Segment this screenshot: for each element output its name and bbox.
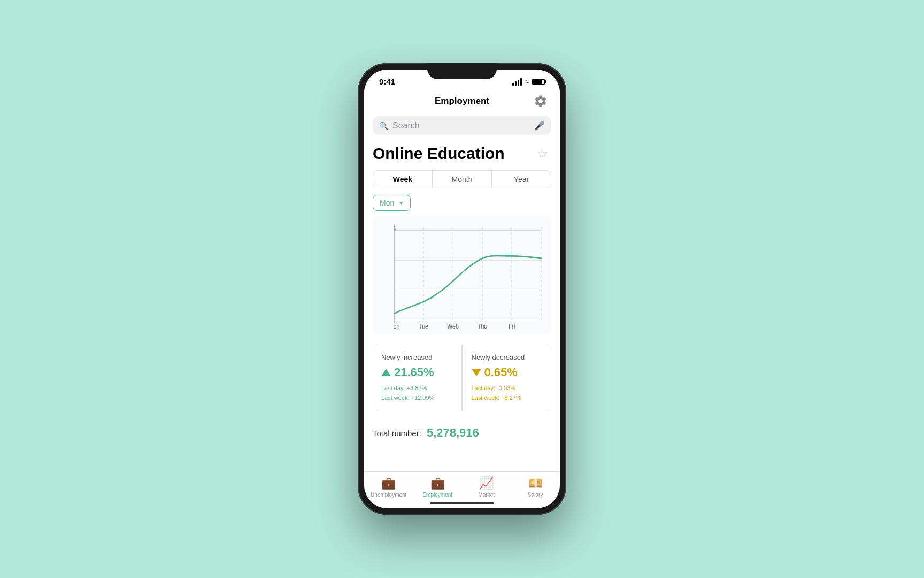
stat-increased-last-week: Last week: +12.09% <box>381 393 453 403</box>
battery-icon <box>532 79 545 85</box>
stat-decreased-last-day: Last day: -0.03% <box>472 384 543 393</box>
total-value: 5,278,916 <box>427 426 479 440</box>
unemployment-icon: 💼 <box>381 476 396 490</box>
svg-text:Web: Web <box>447 322 459 329</box>
tab-bar-salary[interactable]: 💴 Salary <box>511 476 560 498</box>
svg-text:Fri: Fri <box>509 322 515 329</box>
stat-increased-percent: 21.65% <box>394 366 434 379</box>
main-content: Employment 🔍 Search 🎤 Online Education ☆ <box>364 90 560 471</box>
stat-decreased-label: Newly decreased <box>472 353 543 361</box>
stat-increased-label: Newly increased <box>381 353 453 361</box>
stat-decreased: Newly decreased 0.65% Last day: -0.03% L… <box>463 345 552 411</box>
status-icons: ≈ <box>512 78 545 86</box>
stat-decreased-percent: 0.65% <box>484 366 518 379</box>
dropdown-value: Mon <box>380 199 394 207</box>
salary-icon: 💴 <box>528 476 543 490</box>
stat-decreased-value-row: 0.65% <box>472 366 543 379</box>
day-dropdown[interactable]: Mon ▼ <box>373 195 411 211</box>
tab-bar-unemployment[interactable]: 💼 Unemployment <box>364 476 413 498</box>
svg-marker-14 <box>394 225 396 230</box>
notch <box>427 63 497 79</box>
settings-button[interactable] <box>532 93 549 110</box>
tab-bar-employment[interactable]: 💼 Employment <box>413 476 463 498</box>
page-title-row: Online Education ☆ <box>364 142 560 170</box>
page-title: Online Education <box>373 144 529 163</box>
wifi-icon: ≈ <box>525 78 529 86</box>
header-title: Employment <box>435 96 489 107</box>
microphone-icon[interactable]: 🎤 <box>534 120 545 131</box>
total-row: Total number: 5,278,916 <box>364 420 560 451</box>
tab-bar-market[interactable]: 📈 Market <box>462 476 511 498</box>
chart-container: 0 20 40 60 <box>373 216 551 334</box>
arrow-up-icon <box>381 369 391 376</box>
signal-bars-icon <box>512 78 522 86</box>
time-tabs: Week Month Year <box>373 170 551 188</box>
app-header: Employment <box>364 90 560 113</box>
search-icon: 🔍 <box>379 121 388 130</box>
tab-bar-employment-label: Employment <box>422 492 452 498</box>
search-input[interactable]: Search <box>392 121 530 131</box>
tab-bar-salary-label: Salary <box>528 492 543 498</box>
total-label: Total number: <box>373 429 421 438</box>
arrow-down-icon <box>472 369 481 376</box>
tab-year[interactable]: Year <box>492 171 551 188</box>
employment-icon: 💼 <box>430 476 445 490</box>
search-bar[interactable]: 🔍 Search 🎤 <box>373 116 551 135</box>
stat-increased: Newly increased 21.65% Last day: +3.83% … <box>373 345 461 411</box>
tab-week[interactable]: Week <box>373 171 433 188</box>
svg-text:Thu: Thu <box>478 322 487 329</box>
stat-increased-last-day: Last day: +3.83% <box>381 384 453 393</box>
gear-icon <box>534 94 548 108</box>
stat-increased-value-row: 21.65% <box>381 366 453 379</box>
phone-screen: 9:41 ≈ Employment <box>364 70 560 508</box>
tab-bar-market-label: Market <box>478 492 495 498</box>
line-chart: 0 20 40 60 <box>394 222 546 329</box>
market-icon: 📈 <box>479 476 494 490</box>
tab-bar-unemployment-label: Unemployment <box>371 492 406 498</box>
svg-text:Tue: Tue <box>419 322 428 329</box>
chevron-down-icon: ▼ <box>398 200 404 206</box>
stat-decreased-last-week: Last week: +8.27% <box>472 393 543 403</box>
phone-frame: 9:41 ≈ Employment <box>358 63 566 515</box>
svg-text:Mon: Mon <box>394 322 399 329</box>
favorite-button[interactable]: ☆ <box>534 145 551 162</box>
tab-month[interactable]: Month <box>433 171 492 188</box>
dropdown-row: Mon ▼ <box>364 195 560 216</box>
status-time: 9:41 <box>379 77 395 86</box>
home-indicator <box>430 502 494 504</box>
stats-row: Newly increased 21.65% Last day: +3.83% … <box>373 345 551 411</box>
